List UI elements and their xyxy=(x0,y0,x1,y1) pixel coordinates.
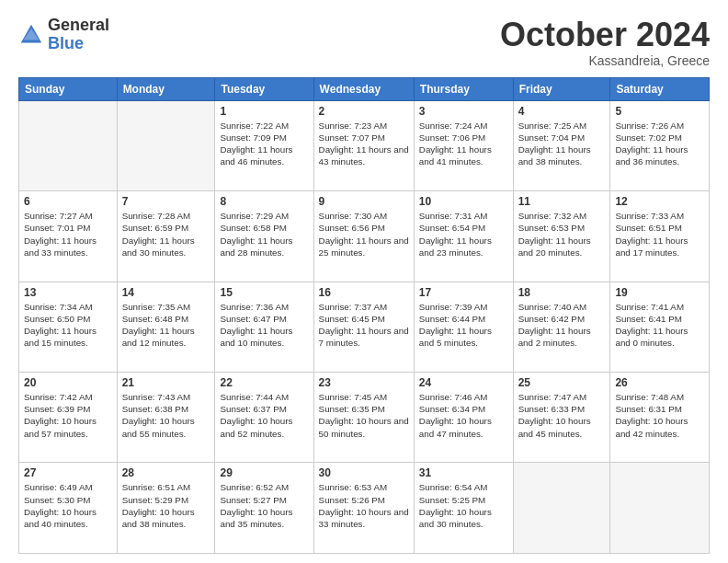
calendar-cell: 25Sunrise: 7:47 AMSunset: 6:33 PMDayligh… xyxy=(513,373,610,463)
day-number: 8 xyxy=(220,195,308,208)
logo: General Blue xyxy=(18,17,109,53)
day-number: 26 xyxy=(615,376,704,389)
calendar-cell: 11Sunrise: 7:32 AMSunset: 6:53 PMDayligh… xyxy=(513,191,610,282)
calendar-cell xyxy=(19,100,118,190)
day-info: Sunrise: 6:49 AMSunset: 5:30 PMDaylight:… xyxy=(24,481,112,530)
day-number: 1 xyxy=(220,105,308,118)
day-info: Sunrise: 7:29 AMSunset: 6:58 PMDaylight:… xyxy=(220,210,308,259)
day-number: 15 xyxy=(220,286,308,299)
calendar-cell: 29Sunrise: 6:52 AMSunset: 5:27 PMDayligh… xyxy=(215,463,313,554)
day-number: 14 xyxy=(122,286,210,299)
day-info: Sunrise: 7:46 AMSunset: 6:34 PMDaylight:… xyxy=(419,391,508,440)
calendar-cell: 24Sunrise: 7:46 AMSunset: 6:34 PMDayligh… xyxy=(414,373,513,463)
day-info: Sunrise: 7:22 AMSunset: 7:09 PMDaylight:… xyxy=(220,120,308,168)
page: General Blue October 2024 Kassandreia, G… xyxy=(0,0,728,563)
calendar-header-row: SundayMondayTuesdayWednesdayThursdayFrid… xyxy=(19,77,710,100)
calendar-cell: 5Sunrise: 7:26 AMSunset: 7:02 PMDaylight… xyxy=(610,100,710,190)
day-info: Sunrise: 7:33 AMSunset: 6:51 PMDaylight:… xyxy=(615,210,704,259)
calendar-table: SundayMondayTuesdayWednesdayThursdayFrid… xyxy=(18,77,710,554)
month-title: October 2024 xyxy=(500,17,710,53)
day-info: Sunrise: 7:34 AMSunset: 6:50 PMDaylight:… xyxy=(24,301,112,350)
day-number: 13 xyxy=(24,286,112,299)
day-number: 17 xyxy=(419,286,508,299)
day-info: Sunrise: 7:37 AMSunset: 6:45 PMDaylight:… xyxy=(319,301,409,350)
day-number: 31 xyxy=(419,466,508,479)
calendar-cell xyxy=(610,463,710,554)
day-info: Sunrise: 7:41 AMSunset: 6:41 PMDaylight:… xyxy=(615,301,704,350)
calendar-cell: 14Sunrise: 7:35 AMSunset: 6:48 PMDayligh… xyxy=(117,282,215,372)
day-number: 7 xyxy=(122,195,210,208)
logo-icon xyxy=(18,22,44,48)
calendar-cell: 19Sunrise: 7:41 AMSunset: 6:41 PMDayligh… xyxy=(610,282,710,372)
calendar-cell: 16Sunrise: 7:37 AMSunset: 6:45 PMDayligh… xyxy=(313,282,414,372)
day-info: Sunrise: 7:36 AMSunset: 6:47 PMDaylight:… xyxy=(220,301,308,350)
calendar-cell: 27Sunrise: 6:49 AMSunset: 5:30 PMDayligh… xyxy=(19,463,118,554)
calendar-week-row: 6Sunrise: 7:27 AMSunset: 7:01 PMDaylight… xyxy=(19,191,710,282)
day-info: Sunrise: 7:28 AMSunset: 6:59 PMDaylight:… xyxy=(122,210,210,259)
day-number: 27 xyxy=(24,466,112,479)
calendar-cell xyxy=(513,463,610,554)
day-info: Sunrise: 7:47 AMSunset: 6:33 PMDaylight:… xyxy=(518,391,606,440)
calendar-cell: 31Sunrise: 6:54 AMSunset: 5:25 PMDayligh… xyxy=(414,463,513,554)
calendar-day-header: Sunday xyxy=(19,77,118,100)
location: Kassandreia, Greece xyxy=(500,53,710,68)
day-info: Sunrise: 7:24 AMSunset: 7:06 PMDaylight:… xyxy=(419,120,508,168)
calendar-week-row: 27Sunrise: 6:49 AMSunset: 5:30 PMDayligh… xyxy=(19,463,710,554)
calendar-cell: 6Sunrise: 7:27 AMSunset: 7:01 PMDaylight… xyxy=(19,191,118,282)
calendar-day-header: Saturday xyxy=(610,77,710,100)
calendar-day-header: Monday xyxy=(117,77,215,100)
calendar-cell: 8Sunrise: 7:29 AMSunset: 6:58 PMDaylight… xyxy=(215,191,313,282)
day-info: Sunrise: 7:45 AMSunset: 6:35 PMDaylight:… xyxy=(319,391,409,440)
day-info: Sunrise: 6:54 AMSunset: 5:25 PMDaylight:… xyxy=(419,481,508,530)
day-number: 19 xyxy=(615,286,704,299)
day-number: 5 xyxy=(615,105,704,118)
calendar-cell: 28Sunrise: 6:51 AMSunset: 5:29 PMDayligh… xyxy=(117,463,215,554)
day-info: Sunrise: 7:40 AMSunset: 6:42 PMDaylight:… xyxy=(518,301,606,350)
day-number: 9 xyxy=(319,195,409,208)
day-number: 10 xyxy=(419,195,508,208)
day-number: 16 xyxy=(319,286,409,299)
day-number: 3 xyxy=(419,105,508,118)
day-number: 25 xyxy=(518,376,606,389)
calendar-cell: 30Sunrise: 6:53 AMSunset: 5:26 PMDayligh… xyxy=(313,463,414,554)
day-info: Sunrise: 7:43 AMSunset: 6:38 PMDaylight:… xyxy=(122,391,210,440)
calendar-week-row: 1Sunrise: 7:22 AMSunset: 7:09 PMDaylight… xyxy=(19,100,710,190)
calendar-day-header: Thursday xyxy=(414,77,513,100)
calendar-cell: 23Sunrise: 7:45 AMSunset: 6:35 PMDayligh… xyxy=(313,373,414,463)
day-info: Sunrise: 7:39 AMSunset: 6:44 PMDaylight:… xyxy=(419,301,508,350)
day-number: 11 xyxy=(518,195,606,208)
day-number: 12 xyxy=(615,195,704,208)
calendar-cell: 7Sunrise: 7:28 AMSunset: 6:59 PMDaylight… xyxy=(117,191,215,282)
day-info: Sunrise: 6:53 AMSunset: 5:26 PMDaylight:… xyxy=(319,481,409,530)
calendar-cell: 26Sunrise: 7:48 AMSunset: 6:31 PMDayligh… xyxy=(610,373,710,463)
day-number: 24 xyxy=(419,376,508,389)
day-number: 30 xyxy=(319,466,409,479)
calendar-cell: 1Sunrise: 7:22 AMSunset: 7:09 PMDaylight… xyxy=(215,100,313,190)
day-info: Sunrise: 7:27 AMSunset: 7:01 PMDaylight:… xyxy=(24,210,112,259)
day-number: 4 xyxy=(518,105,606,118)
day-info: Sunrise: 7:32 AMSunset: 6:53 PMDaylight:… xyxy=(518,210,606,259)
day-number: 29 xyxy=(220,466,308,479)
calendar-cell: 3Sunrise: 7:24 AMSunset: 7:06 PMDaylight… xyxy=(414,100,513,190)
day-number: 2 xyxy=(319,105,409,118)
calendar-cell: 4Sunrise: 7:25 AMSunset: 7:04 PMDaylight… xyxy=(513,100,610,190)
calendar-cell xyxy=(117,100,215,190)
calendar-cell: 22Sunrise: 7:44 AMSunset: 6:37 PMDayligh… xyxy=(215,373,313,463)
calendar-day-header: Wednesday xyxy=(313,77,414,100)
day-number: 23 xyxy=(319,376,409,389)
day-info: Sunrise: 7:48 AMSunset: 6:31 PMDaylight:… xyxy=(615,391,704,440)
calendar-day-header: Tuesday xyxy=(215,77,313,100)
logo-general: General xyxy=(48,16,109,34)
day-info: Sunrise: 6:52 AMSunset: 5:27 PMDaylight:… xyxy=(220,481,308,530)
logo-blue: Blue xyxy=(48,34,84,52)
calendar-cell: 20Sunrise: 7:42 AMSunset: 6:39 PMDayligh… xyxy=(19,373,118,463)
day-number: 6 xyxy=(24,195,112,208)
calendar-cell: 10Sunrise: 7:31 AMSunset: 6:54 PMDayligh… xyxy=(414,191,513,282)
day-number: 20 xyxy=(24,376,112,389)
calendar-cell: 2Sunrise: 7:23 AMSunset: 7:07 PMDaylight… xyxy=(313,100,414,190)
calendar-week-row: 13Sunrise: 7:34 AMSunset: 6:50 PMDayligh… xyxy=(19,282,710,372)
day-number: 18 xyxy=(518,286,606,299)
day-info: Sunrise: 6:51 AMSunset: 5:29 PMDaylight:… xyxy=(122,481,210,530)
calendar-cell: 21Sunrise: 7:43 AMSunset: 6:38 PMDayligh… xyxy=(117,373,215,463)
day-number: 21 xyxy=(122,376,210,389)
